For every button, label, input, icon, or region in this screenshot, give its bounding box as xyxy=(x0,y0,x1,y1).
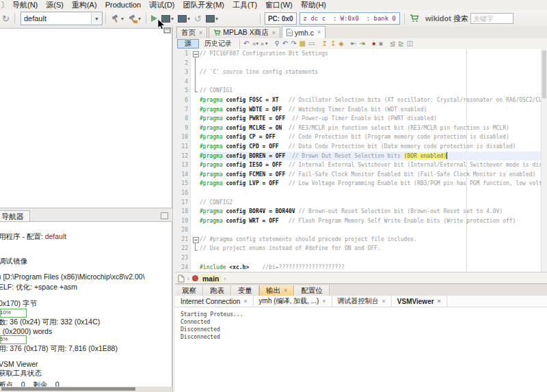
menu-item-production[interactable]: Production xyxy=(101,1,146,9)
output-tab-[interactable]: 调试器控制台 × xyxy=(332,296,392,307)
find-icon[interactable]: ⚲ xyxy=(274,40,279,48)
minimize-panel-button[interactable] xyxy=(161,212,168,219)
close-icon[interactable]: × xyxy=(317,29,321,36)
record-macro-icon[interactable]: ● xyxy=(372,40,376,48)
status-flags-display: z dc c : W:0x0 : bank 0 xyxy=(299,12,400,25)
tab-ymh.c[interactable]: ymh.c× xyxy=(282,26,325,38)
search-input[interactable] xyxy=(470,13,513,24)
code-text-area[interactable]: // PIC16F887 Configuration Bit Settings/… xyxy=(200,49,547,272)
memory-usage-bar: 5% xyxy=(0,335,27,344)
forward-icon-glyph: ▸ xyxy=(261,40,265,48)
menu-item-h[interactable]: 帮助(H) xyxy=(297,1,330,9)
code-segment: #pragma xyxy=(200,171,223,178)
hammer-icon xyxy=(111,14,120,23)
previous-bookmark-icon[interactable]: ↥ xyxy=(322,40,328,48)
read-device-memory-button[interactable]: ▴▾ xyxy=(176,12,191,25)
last-edit-position-icon[interactable]: ↶ xyxy=(243,40,249,48)
refresh-icon[interactable]: ↻ xyxy=(1,12,11,25)
dashboard-row: 数: 36 (0x24) 可用: 332 (0x14C) xyxy=(0,318,100,327)
code-segment xyxy=(279,97,289,103)
scrollbar-thumb[interactable] xyxy=(1,387,135,391)
close-icon[interactable]: × xyxy=(284,288,287,294)
indent-left-icon[interactable]: ⊴ xyxy=(390,40,395,48)
code-segment: // RE3/MCLR pin function select bit (RE3… xyxy=(289,125,509,131)
line-number: 17 xyxy=(175,198,190,208)
menu-item-w[interactable]: 窗口(W) xyxy=(261,1,297,9)
output-tab-internetconnection[interactable]: Internet Connection × xyxy=(175,296,254,307)
scrollbar-thumb[interactable] xyxy=(542,51,546,98)
source-view-button[interactable]: 源 xyxy=(177,39,199,48)
horizontal-scrollbar[interactable] xyxy=(0,387,172,392)
menu-item-d[interactable]: 调试(D) xyxy=(145,1,178,9)
tab-MPLAB X商店[interactable]: MPLAB X商店× xyxy=(209,27,280,38)
hold-in-reset-button[interactable]: ↺ xyxy=(193,12,203,25)
dashboard-text: 用程序 - 配置: xyxy=(0,232,45,240)
rectangular-selection-icon[interactable]: ▭ xyxy=(308,40,315,48)
program-device-ipe-button[interactable]: ▸▾ xyxy=(204,12,219,25)
diff-icon[interactable]: ◫ xyxy=(407,40,413,48)
menu-item-n[interactable]: 导航(N) xyxy=(8,1,42,9)
clean-build-project-button[interactable]: ▾ xyxy=(126,12,142,25)
tab-首页[interactable]: 首页× xyxy=(176,27,207,38)
menu-item-a[interactable]: 重构(A) xyxy=(68,1,101,9)
configuration-select[interactable]: default ▾ xyxy=(21,12,103,25)
tab-navigator[interactable]: 导航器 xyxy=(0,210,30,222)
code-segment: #pragma xyxy=(200,115,223,122)
shift-right-icon-glyph: ⇥ xyxy=(359,40,364,48)
forward-icon[interactable]: ▸▾ xyxy=(261,40,268,48)
code-segment: // Data Code Protection bit (Data memory… xyxy=(289,143,516,150)
close-icon[interactable]: × xyxy=(382,298,386,305)
close-icon[interactable]: × xyxy=(272,30,276,36)
fold-collapse-icon[interactable] xyxy=(193,237,199,243)
toggle-highlight-icon[interactable]: ▩ xyxy=(299,40,306,48)
output-tab-ymh[interactable]: ymh (编译, 加载, ...) × xyxy=(254,296,332,307)
next-bookmark-icon[interactable]: ↧ xyxy=(330,40,336,48)
menu-item-m[interactable]: 团队开发(M) xyxy=(179,1,229,9)
bottom-tab-跑表[interactable]: 跑表 xyxy=(203,285,231,296)
line-number-gutter[interactable]: 123456789101112131415161718192021222324 xyxy=(175,49,191,272)
line-number: 7 xyxy=(175,105,190,115)
toggle-bookmark-icon[interactable]: ◈ xyxy=(338,40,344,48)
code-segment xyxy=(279,143,289,150)
diff-icon-glyph: ◫ xyxy=(407,40,413,48)
code-segment: #pragma xyxy=(200,180,223,186)
editor-vertical-scrollbar[interactable] xyxy=(541,49,547,272)
menu-item-t[interactable]: 工具(T) xyxy=(228,1,261,9)
bottom-tab-变量[interactable]: 变量 xyxy=(231,285,259,296)
code-segment: config FCMEN = OFF xyxy=(223,171,286,178)
build-project-button[interactable]: ▾ xyxy=(109,12,125,25)
code-editor[interactable]: 123456789101112131415161718192021222324 … xyxy=(175,49,547,272)
dashboard-row: 用: 376 (0x178) 可用: 7,816 (0x1E88) xyxy=(0,344,118,354)
toolbar-separator xyxy=(404,13,405,24)
next-occurrence-icon[interactable]: ↷ xyxy=(291,40,296,48)
bottom-tab-观察[interactable]: 观察 xyxy=(175,285,203,296)
breadcrumb-item-main[interactable]: main xyxy=(200,275,222,283)
shift-left-icon[interactable]: ⇤ xyxy=(351,40,356,48)
indent-right-icon[interactable]: ⊵ xyxy=(398,40,403,48)
previous-occurrence-icon[interactable]: ↶ xyxy=(282,40,288,48)
output-tab-vsmviewer[interactable]: VSMViewer × xyxy=(392,296,447,307)
code-segment: // Code Protection bit (Program memory c… xyxy=(289,134,509,140)
menu-item-s[interactable]: 源(S) xyxy=(42,1,68,9)
history-view-button[interactable]: 历史记录 xyxy=(199,40,237,48)
close-icon[interactable]: × xyxy=(322,298,325,305)
dashboard-text: ELF: 优化: +space +asm xyxy=(0,283,77,291)
shift-right-icon[interactable]: ⇥ xyxy=(359,40,364,48)
code-segment: // Power-up Timer Enable bit (PWRT disab… xyxy=(292,115,437,122)
close-icon[interactable]: × xyxy=(199,30,202,36)
code-segment: #pragma xyxy=(200,143,223,150)
code-line: // #pragma config statements should prec… xyxy=(200,235,547,244)
output-console[interactable]: Starting Proteus...ConnectedDisconnected… xyxy=(175,307,547,392)
bottom-tab-输出[interactable]: 输出× xyxy=(259,285,294,296)
bottom-tab-配置位[interactable]: 配置位 xyxy=(294,285,330,296)
indent-left-icon-glyph: ⊴ xyxy=(390,40,395,48)
close-icon[interactable]: × xyxy=(243,298,247,305)
mplab-store-cart-button[interactable] xyxy=(408,12,421,25)
run-macro-icon[interactable]: ■ xyxy=(379,40,383,48)
close-icon[interactable]: × xyxy=(438,298,441,305)
back-icon[interactable]: ◂▾ xyxy=(252,40,258,48)
toolbar-separator xyxy=(260,13,261,24)
fold-collapse-icon[interactable] xyxy=(193,51,199,57)
code-fold-column[interactable] xyxy=(191,49,200,272)
line-number: 13 xyxy=(175,160,190,170)
